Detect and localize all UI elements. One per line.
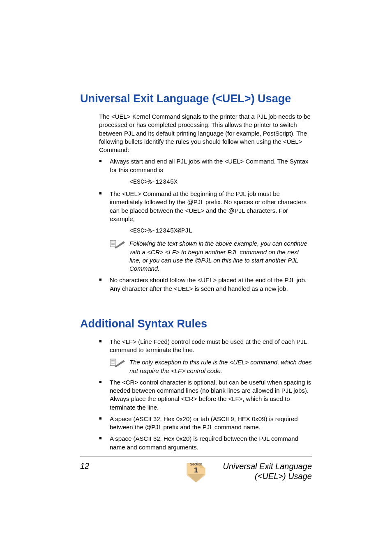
section-label: Section: [184, 462, 208, 466]
svg-marker-4: [115, 241, 125, 249]
section-badge: Section 1: [184, 461, 208, 484]
bullet-text: The <CR> control character is optional, …: [110, 379, 311, 411]
list-item: A space (ASCII 32, Hex 0x20) is required…: [99, 435, 312, 451]
list-item: The <LF> (Line Feed) control code must b…: [99, 338, 312, 375]
bullet-text: The <LF> (Line Feed) control code must b…: [110, 338, 307, 353]
footer-title-2: (<UEL>) Usage: [223, 471, 312, 481]
footer-title-1: Universal Exit Language: [223, 461, 312, 471]
footer-divider: [80, 456, 312, 456]
footer-title: Universal Exit Language (<UEL>) Usage: [223, 461, 312, 481]
bullet-text: No characters should follow the <UEL> pl…: [110, 276, 307, 292]
svg-rect-5: [110, 359, 116, 366]
section-number: 1: [184, 466, 208, 474]
bullet-list-2: The <LF> (Line Feed) control code must b…: [99, 338, 312, 451]
intro-paragraph: The <UEL> Kernel Command signals to the …: [99, 113, 312, 154]
note-text: Following the text shown in the above ex…: [129, 240, 312, 273]
bullet-text: The <UEL> Command at the beginning of th…: [110, 190, 307, 222]
list-item: A space (ASCII 32, Hex 0x20) or tab (ASC…: [99, 415, 312, 432]
note-pencil-icon: [110, 240, 125, 249]
bullet-text: A space (ASCII 32, Hex 0x20) or tab (ASC…: [110, 415, 298, 431]
code-block: <ESC>%-12345X@PJL: [129, 227, 312, 235]
heading-additional-rules: Additional Syntax Rules: [80, 318, 312, 330]
page-number: 12: [80, 461, 89, 471]
svg-rect-0: [110, 240, 116, 247]
list-item: Always start and end all PJL jobs with t…: [99, 157, 312, 187]
note-block: Following the text shown in the above ex…: [110, 240, 312, 273]
bullet-text: A space (ASCII 32, Hex 0x20) is required…: [110, 435, 298, 450]
svg-marker-12: [188, 474, 204, 482]
list-item: The <UEL> Command at the beginning of th…: [99, 190, 312, 273]
code-block: <ESC>%-12345X: [129, 178, 312, 187]
list-item: The <CR> control character is optional, …: [99, 378, 312, 412]
list-item: No characters should follow the <UEL> pl…: [99, 276, 312, 293]
heading-uel-usage: Universal Exit Language (<UEL>) Usage: [80, 92, 312, 105]
intro-text: The <UEL> Kernel Command signals to the …: [99, 113, 312, 154]
bullet-list-1: Always start and end all PJL jobs with t…: [99, 157, 312, 293]
document-page: Universal Exit Language (<UEL>) Usage Th…: [0, 0, 392, 451]
bullet-text: Always start and end all PJL jobs with t…: [110, 158, 309, 173]
note-text: The only exception to this rule is the <…: [129, 358, 312, 375]
svg-marker-9: [115, 360, 125, 367]
page-footer: 12 Universal Exit Language (<UEL>) Usage…: [80, 456, 312, 481]
note-pencil-icon: [110, 358, 125, 367]
note-block: The only exception to this rule is the <…: [110, 358, 312, 375]
